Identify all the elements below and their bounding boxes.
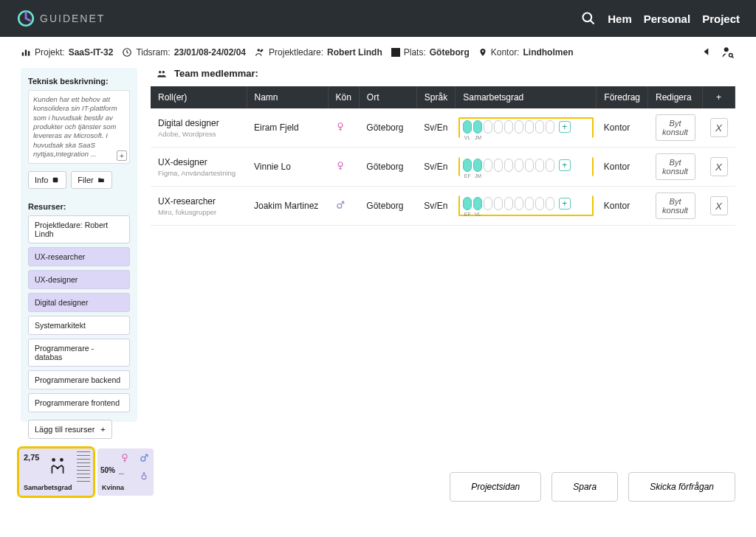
logo: GUIDENET <box>16 9 105 28</box>
male-icon <box>139 453 149 463</box>
svg-point-9 <box>724 47 729 52</box>
clock-icon <box>122 47 132 58</box>
resource-item[interactable]: Programmerare frontend <box>28 393 130 412</box>
col-city: Ort <box>359 86 416 108</box>
table-row: UX-researcherMiro, fokusgrupperJoakim Ma… <box>151 187 735 226</box>
change-consult-button[interactable]: Byt konsult <box>656 153 695 180</box>
change-consult-button[interactable]: Byt konsult <box>656 193 695 219</box>
collab-pill <box>494 120 503 134</box>
back-icon[interactable] <box>701 46 712 58</box>
collab-pill <box>535 120 544 134</box>
col-lang: Språk <box>416 86 455 108</box>
svg-rect-3 <box>25 50 27 56</box>
cell-lang: Sv/En <box>416 148 455 187</box>
change-consult-button[interactable]: Byt konsult <box>656 114 695 141</box>
collab-pill <box>484 120 492 134</box>
col-name: Namn <box>247 86 328 108</box>
add-collab-icon[interactable]: + <box>559 121 571 133</box>
table-row: UX-designerFigma, AnvändartestningVinnie… <box>151 148 735 187</box>
add-collab-icon[interactable]: + <box>559 159 571 171</box>
cell-remove: X <box>703 148 735 187</box>
cell-name: Vinnie Lo <box>247 148 328 187</box>
logo-icon <box>16 9 35 28</box>
resource-item[interactable]: Programmerare - databas <box>28 339 130 367</box>
search-icon[interactable] <box>581 11 596 26</box>
save-button[interactable]: Spara <box>551 472 618 502</box>
svg-rect-7 <box>391 48 400 57</box>
cell-collab: VLJM+ <box>456 108 597 148</box>
svg-point-14 <box>338 122 343 127</box>
svg-point-15 <box>338 162 343 166</box>
collab-pill <box>546 159 554 172</box>
cell-name: Joakim Martinez <box>247 187 328 226</box>
svg-point-19 <box>123 454 127 459</box>
minus-icon[interactable]: − <box>118 468 124 479</box>
collab-pill: EF <box>463 197 472 210</box>
collab-pill <box>504 197 513 210</box>
female-icon <box>120 453 130 463</box>
collab-pill: EF <box>463 159 472 172</box>
resource-item[interactable]: Systemarkitekt <box>28 316 130 335</box>
svg-point-12 <box>159 70 162 73</box>
col-edit: Redigera <box>648 86 703 108</box>
remove-row-button[interactable]: X <box>710 196 728 215</box>
ruler-icon <box>77 451 90 491</box>
tech-desc-box: Kunden har ett behov att konsolidera sin… <box>28 90 130 164</box>
resource-item[interactable]: Programmerare backend <box>28 370 130 389</box>
collab-pill <box>504 120 513 134</box>
collab-pill <box>484 197 492 210</box>
col-collab: Samarbetsgrad <box>456 86 597 108</box>
tech-header: Teknisk beskrivning: <box>28 77 130 86</box>
expand-desc-icon[interactable]: + <box>117 150 127 161</box>
svg-rect-4 <box>28 51 30 55</box>
cell-pref: Kontor <box>597 187 648 226</box>
infobar: Projekt:SaaS-IT-32 Tidsram:23/01/08-24/0… <box>0 37 756 68</box>
collab-pill <box>515 120 523 134</box>
svg-rect-2 <box>22 52 24 56</box>
remove-row-button[interactable]: X <box>710 118 728 137</box>
cell-role: Digital designerAdobe, Wordpress <box>151 108 247 148</box>
person-search-icon[interactable] <box>721 46 735 59</box>
sidebar: Teknisk beskrivning: Kunden har ett beho… <box>21 68 137 422</box>
resource-item[interactable]: UX-researcher <box>28 247 130 266</box>
gender-card[interactable]: 50% Kvinna − <box>97 448 154 496</box>
main: Team medlemmar: Roll(er) Namn Kön Ort Sp… <box>151 68 735 422</box>
info-button[interactable]: Info <box>28 171 66 189</box>
collab-pill <box>484 159 492 172</box>
files-button[interactable]: Filer <box>71 171 111 189</box>
nav-project[interactable]: Project <box>702 13 740 25</box>
svg-point-1 <box>583 13 592 22</box>
col-add[interactable]: + <box>703 86 735 108</box>
svg-point-13 <box>162 70 165 73</box>
nav-personal[interactable]: Personal <box>644 13 690 25</box>
remove-row-button[interactable]: X <box>710 157 728 176</box>
resource-item[interactable]: UX-designer <box>28 270 130 289</box>
cell-gender <box>328 187 359 226</box>
resource-item[interactable]: Projektledare: Robert Lindh <box>28 215 130 243</box>
cell-gender <box>328 108 359 148</box>
collab-pill <box>494 159 503 172</box>
topbar: GUIDENET Hem Personal Project <box>0 0 756 37</box>
handshake-icon <box>47 456 68 475</box>
cell-edit: Byt konsult <box>648 148 703 187</box>
team-table: Roll(er) Namn Kön Ort Språk Samarbetsgra… <box>151 86 735 226</box>
collab-card[interactable]: 2,75 Samarbetsgrad <box>19 448 93 496</box>
projectpage-button[interactable]: Projectsidan <box>450 472 541 502</box>
svg-point-21 <box>142 475 146 479</box>
folder-icon <box>97 176 106 184</box>
collab-pill <box>546 197 554 210</box>
add-resource-button[interactable]: Lägg till resurser+ <box>28 420 112 439</box>
chart-icon <box>21 47 31 58</box>
cell-collab: EFVL+ <box>456 187 597 226</box>
col-role: Roll(er) <box>151 86 247 108</box>
nav-hem[interactable]: Hem <box>608 13 632 25</box>
cell-pref: Kontor <box>597 148 648 187</box>
team-icon <box>155 69 168 79</box>
cell-city: Göteborg <box>359 187 416 226</box>
resource-item[interactable]: Digital designer <box>28 293 130 312</box>
plus-icon: + <box>100 425 105 434</box>
send-request-button[interactable]: Skicka förfrågan <box>628 472 735 502</box>
res-header: Resurser: <box>28 202 130 211</box>
cell-name: Eiram Fjeld <box>247 108 328 148</box>
add-collab-icon[interactable]: + <box>559 198 571 209</box>
